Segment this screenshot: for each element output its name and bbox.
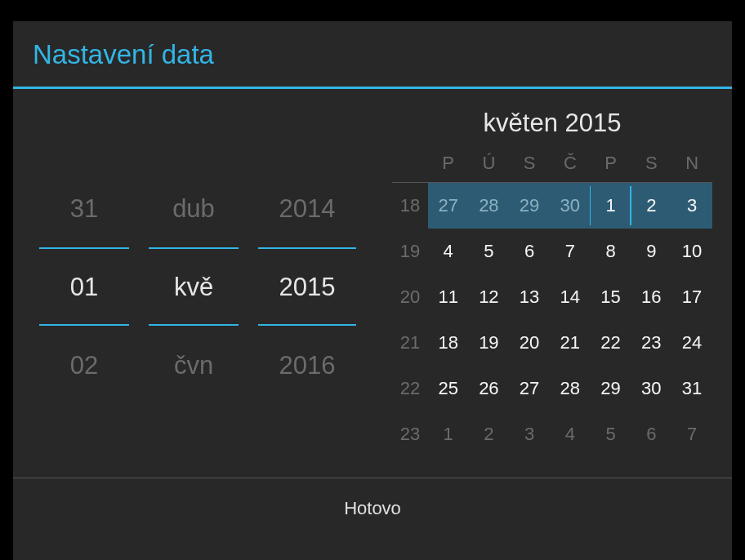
day-prev[interactable]: 31 — [39, 169, 129, 247]
calendar-day[interactable]: 20 — [509, 320, 550, 366]
week-number: 18 — [392, 183, 428, 229]
weekday-header: Č — [550, 153, 591, 183]
calendar-week-row: 1945678910 — [392, 229, 712, 274]
calendar-day[interactable]: 13 — [509, 274, 550, 320]
calendar-day[interactable]: 4 — [550, 411, 591, 457]
month-selected[interactable]: kvě — [149, 247, 239, 326]
month-picker[interactable]: dub kvě čvn — [149, 169, 239, 404]
calendar-day[interactable]: 3 — [671, 183, 712, 229]
year-selected[interactable]: 2015 — [258, 247, 356, 326]
calendar-week-row: 231234567 — [392, 411, 712, 457]
weekday-header: S — [509, 153, 550, 183]
calendar-day[interactable]: 30 — [631, 366, 671, 411]
calendar-day[interactable]: 2 — [469, 411, 510, 457]
calendar-week-row: 2118192021222324 — [392, 320, 712, 366]
calendar-day[interactable]: 6 — [631, 411, 671, 457]
calendar-day[interactable]: 19 — [469, 320, 510, 366]
week-number: 22 — [392, 366, 428, 411]
calendar-day[interactable]: 25 — [428, 366, 469, 411]
calendar-day[interactable]: 28 — [469, 183, 510, 229]
day-selected[interactable]: 01 — [39, 247, 129, 326]
month-next[interactable]: čvn — [149, 326, 239, 404]
calendar-day[interactable]: 22 — [591, 320, 631, 366]
dialog-title: Nastavení data — [13, 21, 732, 87]
calendar-day[interactable]: 5 — [469, 229, 510, 274]
calendar-day[interactable]: 31 — [671, 366, 712, 411]
year-prev[interactable]: 2014 — [258, 169, 356, 247]
calendar-day[interactable]: 12 — [469, 274, 510, 320]
weekday-header: Ú — [469, 153, 510, 183]
weekday-header: N — [671, 153, 712, 183]
calendar-day[interactable]: 9 — [631, 229, 671, 274]
day-next[interactable]: 02 — [39, 326, 129, 404]
calendar-day[interactable]: 1 — [591, 183, 631, 229]
calendar-day[interactable]: 16 — [631, 274, 671, 320]
week-number: 20 — [392, 274, 428, 320]
date-set-dialog: Nastavení data 31 01 02 dub kvě čvn 2014… — [13, 21, 732, 560]
calendar-day[interactable]: 5 — [591, 411, 631, 457]
calendar-day[interactable]: 7 — [671, 411, 712, 457]
calendar-day[interactable]: 2 — [631, 183, 671, 229]
week-number: 21 — [392, 320, 428, 366]
calendar-day[interactable]: 4 — [428, 229, 469, 274]
calendar-day[interactable]: 10 — [671, 229, 712, 274]
calendar-week-row: 2225262728293031 — [392, 366, 712, 411]
calendar-day[interactable]: 29 — [591, 366, 631, 411]
calendar-day[interactable]: 1 — [428, 411, 469, 457]
calendar-day[interactable]: 23 — [631, 320, 671, 366]
date-spinners: 31 01 02 dub kvě čvn 2014 2015 2016 — [13, 96, 382, 478]
calendar-day[interactable]: 17 — [671, 274, 712, 320]
calendar-day[interactable]: 8 — [591, 229, 631, 274]
week-number: 23 — [392, 411, 428, 457]
calendar-day[interactable]: 11 — [428, 274, 469, 320]
weekday-header: P — [591, 153, 631, 183]
year-next[interactable]: 2016 — [258, 326, 356, 404]
weekday-header: S — [631, 153, 671, 183]
calendar-day[interactable]: 7 — [550, 229, 591, 274]
calendar-day[interactable]: 30 — [550, 183, 591, 229]
dialog-footer: Hotovo — [13, 478, 732, 539]
month-prev[interactable]: dub — [149, 169, 239, 247]
weekday-header: P — [428, 153, 469, 183]
calendar-day[interactable]: 27 — [509, 366, 550, 411]
calendar-day[interactable]: 27 — [428, 183, 469, 229]
dialog-content: 31 01 02 dub kvě čvn 2014 2015 2016 květ… — [13, 89, 732, 478]
calendar-day[interactable]: 28 — [550, 366, 591, 411]
weeknum-header — [392, 153, 428, 183]
done-button[interactable]: Hotovo — [13, 478, 732, 539]
calendar-day[interactable]: 26 — [469, 366, 510, 411]
calendar-day[interactable]: 18 — [428, 320, 469, 366]
day-picker[interactable]: 31 01 02 — [39, 169, 129, 404]
calendar-day[interactable]: 6 — [509, 229, 550, 274]
calendar-grid: P Ú S Č P S N 18272829301231945678910201… — [392, 153, 712, 457]
week-number: 19 — [392, 229, 428, 274]
calendar-day[interactable]: 24 — [671, 320, 712, 366]
calendar-month-label: květen 2015 — [392, 109, 712, 153]
calendar-week-row: 2011121314151617 — [392, 274, 712, 320]
year-picker[interactable]: 2014 2015 2016 — [258, 169, 356, 404]
calendar-day[interactable]: 14 — [550, 274, 591, 320]
weekday-header-row: P Ú S Č P S N — [392, 153, 712, 183]
calendar-day[interactable]: 21 — [550, 320, 591, 366]
calendar-day[interactable]: 15 — [591, 274, 631, 320]
calendar-day[interactable]: 3 — [509, 411, 550, 457]
calendar: květen 2015 P Ú S Č P S N 18272829301231… — [382, 96, 732, 478]
calendar-day[interactable]: 29 — [509, 183, 550, 229]
calendar-week-row: 1827282930123 — [392, 183, 712, 229]
